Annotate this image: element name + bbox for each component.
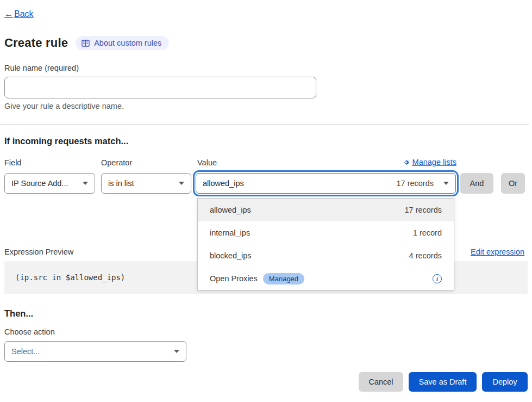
value-dropdown-menu: allowed_ips 17 records internal_ips 1 re… <box>197 198 454 290</box>
section-divider <box>0 124 529 125</box>
edit-expression-link[interactable]: Edit expression <box>471 248 524 256</box>
chevron-down-icon <box>83 182 88 185</box>
list-name: allowed_ips <box>210 206 251 214</box>
manage-lists-label: Manage lists <box>412 158 456 166</box>
value-select-record-count: 17 records <box>396 179 434 188</box>
action-select-placeholder: Select... <box>11 347 40 356</box>
dropdown-item-blocked-ips[interactable]: blocked_ips 4 records <box>198 244 454 267</box>
page-title: Create rule <box>4 36 68 50</box>
back-label: Back <box>14 9 34 19</box>
back-link[interactable]: ←Back <box>4 9 34 19</box>
dropdown-item-allowed-ips[interactable]: allowed_ips 17 records <box>198 199 454 221</box>
rule-name-helper-text: Give your rule a descriptive name. <box>4 102 124 110</box>
then-section-heading: Then... <box>4 308 33 319</box>
manage-lists-link[interactable]: Manage lists <box>396 158 456 166</box>
record-count: 17 records <box>404 206 442 214</box>
dropdown-item-open-proxies[interactable]: Open Proxies Managed i <box>198 267 454 290</box>
about-custom-rules-link[interactable]: About custom rules <box>76 36 169 50</box>
field-select-value: IP Source Add... <box>11 179 68 188</box>
gear-icon <box>403 159 410 166</box>
or-button[interactable]: Or <box>501 173 525 194</box>
expression-code: (ip.src in $allowed_ips) <box>15 273 125 282</box>
operator-select-value: is in list <box>108 179 134 188</box>
operator-label: Operator <box>101 158 132 167</box>
field-label: Field <box>4 158 21 167</box>
match-section-heading: If incoming requests match... <box>4 136 128 146</box>
chevron-down-icon <box>179 182 184 185</box>
chevron-down-icon <box>443 182 449 185</box>
field-select[interactable]: IP Source Add... <box>4 173 95 194</box>
choose-action-label: Choose action <box>4 327 55 336</box>
action-select[interactable]: Select... <box>4 341 186 362</box>
managed-badge: Managed <box>263 273 304 285</box>
value-select[interactable]: allowed_ips 17 records <box>196 173 456 194</box>
info-icon[interactable]: i <box>433 274 442 283</box>
list-name: internal_ips <box>210 228 250 237</box>
and-button[interactable]: And <box>460 173 493 194</box>
value-select-value: allowed_ips <box>203 179 244 188</box>
deploy-button[interactable]: Deploy <box>482 372 528 392</box>
about-custom-rules-label: About custom rules <box>94 39 161 47</box>
record-count: 1 record <box>413 228 442 237</box>
book-icon <box>82 40 90 47</box>
rule-name-input[interactable] <box>4 77 316 98</box>
save-as-draft-button[interactable]: Save as Draft <box>409 372 477 392</box>
operator-select[interactable]: is in list <box>101 173 191 194</box>
cancel-button[interactable]: Cancel <box>359 372 403 392</box>
value-label: Value <box>197 158 217 167</box>
create-rule-page: ←Back Create rule About custom rules Rul… <box>0 0 532 402</box>
expression-preview-label: Expression Preview <box>4 248 73 256</box>
list-name: Open Proxies <box>210 274 258 283</box>
rule-name-label: Rule name (required) <box>4 64 79 72</box>
back-arrow-icon: ← <box>4 9 13 19</box>
list-name: blocked_ips <box>210 251 252 260</box>
record-count: 4 records <box>409 251 442 260</box>
chevron-down-icon <box>174 350 179 353</box>
dropdown-item-internal-ips[interactable]: internal_ips 1 record <box>198 221 454 244</box>
page-header: Create rule About custom rules <box>4 36 169 50</box>
